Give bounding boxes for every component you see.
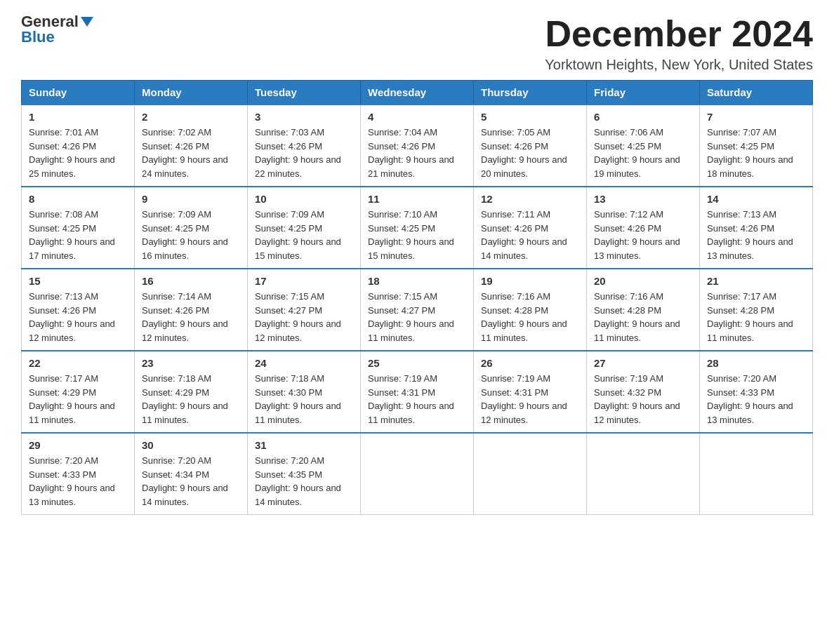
logo-top: General (21, 14, 93, 29)
header-tuesday: Tuesday (248, 81, 361, 105)
calendar-cell: 24Sunrise: 7:18 AMSunset: 4:30 PMDayligh… (248, 351, 361, 433)
calendar-cell: 19Sunrise: 7:16 AMSunset: 4:28 PMDayligh… (474, 269, 587, 351)
calendar-cell: 3Sunrise: 7:03 AMSunset: 4:26 PMDaylight… (248, 105, 361, 187)
calendar-cell: 26Sunrise: 7:19 AMSunset: 4:31 PMDayligh… (474, 351, 587, 433)
day-number: 13 (594, 193, 692, 205)
calendar-cell: 1Sunrise: 7:01 AMSunset: 4:26 PMDaylight… (22, 105, 135, 187)
day-number: 14 (707, 193, 805, 205)
day-number: 15 (29, 275, 127, 287)
day-number: 12 (481, 193, 579, 205)
calendar-week-1: 1Sunrise: 7:01 AMSunset: 4:26 PMDaylight… (22, 105, 813, 187)
calendar-cell (361, 433, 474, 515)
day-number: 3 (255, 111, 353, 123)
calendar-cell: 18Sunrise: 7:15 AMSunset: 4:27 PMDayligh… (361, 269, 474, 351)
day-number: 24 (255, 357, 353, 369)
calendar-cell: 7Sunrise: 7:07 AMSunset: 4:25 PMDaylight… (700, 105, 813, 187)
calendar-cell: 20Sunrise: 7:16 AMSunset: 4:28 PMDayligh… (587, 269, 700, 351)
day-info: Sunrise: 7:07 AMSunset: 4:25 PMDaylight:… (707, 126, 805, 180)
header-thursday: Thursday (474, 81, 587, 105)
calendar-cell: 16Sunrise: 7:14 AMSunset: 4:26 PMDayligh… (135, 269, 248, 351)
calendar-cell: 25Sunrise: 7:19 AMSunset: 4:31 PMDayligh… (361, 351, 474, 433)
day-info: Sunrise: 7:17 AMSunset: 4:29 PMDaylight:… (29, 372, 127, 427)
calendar-cell: 4Sunrise: 7:04 AMSunset: 4:26 PMDaylight… (361, 105, 474, 187)
calendar-cell (587, 433, 700, 515)
day-info: Sunrise: 7:18 AMSunset: 4:30 PMDaylight:… (255, 372, 353, 427)
day-info: Sunrise: 7:18 AMSunset: 4:29 PMDaylight:… (142, 372, 240, 427)
calendar-body: 1Sunrise: 7:01 AMSunset: 4:26 PMDaylight… (22, 105, 813, 515)
day-number: 31 (255, 439, 353, 451)
header-wednesday: Wednesday (361, 81, 474, 105)
day-info: Sunrise: 7:15 AMSunset: 4:27 PMDaylight:… (368, 290, 466, 344)
day-number: 20 (594, 275, 692, 287)
calendar-cell: 23Sunrise: 7:18 AMSunset: 4:29 PMDayligh… (135, 351, 248, 433)
calendar-cell: 28Sunrise: 7:20 AMSunset: 4:33 PMDayligh… (700, 351, 813, 433)
calendar-cell: 27Sunrise: 7:19 AMSunset: 4:32 PMDayligh… (587, 351, 700, 433)
day-info: Sunrise: 7:04 AMSunset: 4:26 PMDaylight:… (368, 126, 466, 180)
day-info: Sunrise: 7:19 AMSunset: 4:32 PMDaylight:… (594, 372, 692, 427)
day-number: 21 (707, 275, 805, 287)
day-info: Sunrise: 7:14 AMSunset: 4:26 PMDaylight:… (142, 290, 240, 344)
calendar-cell: 29Sunrise: 7:20 AMSunset: 4:33 PMDayligh… (22, 433, 135, 515)
header-sunday: Sunday (22, 81, 135, 105)
calendar-cell: 14Sunrise: 7:13 AMSunset: 4:26 PMDayligh… (700, 187, 813, 269)
day-info: Sunrise: 7:12 AMSunset: 4:26 PMDaylight:… (594, 208, 692, 262)
day-info: Sunrise: 7:01 AMSunset: 4:26 PMDaylight:… (29, 126, 127, 180)
day-number: 17 (255, 275, 353, 287)
calendar-cell: 8Sunrise: 7:08 AMSunset: 4:25 PMDaylight… (22, 187, 135, 269)
day-info: Sunrise: 7:03 AMSunset: 4:26 PMDaylight:… (255, 126, 353, 180)
calendar-cell: 5Sunrise: 7:05 AMSunset: 4:26 PMDaylight… (474, 105, 587, 187)
calendar-cell: 2Sunrise: 7:02 AMSunset: 4:26 PMDaylight… (135, 105, 248, 187)
day-number: 22 (29, 357, 127, 369)
calendar-cell: 22Sunrise: 7:17 AMSunset: 4:29 PMDayligh… (22, 351, 135, 433)
day-number: 27 (594, 357, 692, 369)
logo-bottom: Blue (21, 29, 55, 45)
day-number: 5 (481, 111, 579, 123)
day-info: Sunrise: 7:02 AMSunset: 4:26 PMDaylight:… (142, 126, 240, 180)
logo-blue-text: Blue (21, 28, 55, 46)
month-title: December 2024 (545, 14, 813, 54)
day-info: Sunrise: 7:19 AMSunset: 4:31 PMDaylight:… (481, 372, 579, 427)
day-number: 9 (142, 193, 240, 205)
day-info: Sunrise: 7:20 AMSunset: 4:33 PMDaylight:… (707, 372, 805, 427)
calendar-week-3: 15Sunrise: 7:13 AMSunset: 4:26 PMDayligh… (22, 269, 813, 351)
day-info: Sunrise: 7:13 AMSunset: 4:26 PMDaylight:… (29, 290, 127, 344)
calendar-week-4: 22Sunrise: 7:17 AMSunset: 4:29 PMDayligh… (22, 351, 813, 433)
page-header: General Blue December 2024 Yorktown Heig… (21, 14, 813, 73)
day-number: 4 (368, 111, 466, 123)
calendar-cell: 10Sunrise: 7:09 AMSunset: 4:25 PMDayligh… (248, 187, 361, 269)
day-number: 29 (29, 439, 127, 451)
header-monday: Monday (135, 81, 248, 105)
day-info: Sunrise: 7:06 AMSunset: 4:25 PMDaylight:… (594, 126, 692, 180)
title-block: December 2024 Yorktown Heights, New York… (545, 14, 813, 73)
day-number: 16 (142, 275, 240, 287)
calendar-cell: 12Sunrise: 7:11 AMSunset: 4:26 PMDayligh… (474, 187, 587, 269)
day-number: 18 (368, 275, 466, 287)
day-number: 10 (255, 193, 353, 205)
day-number: 19 (481, 275, 579, 287)
calendar-cell: 9Sunrise: 7:09 AMSunset: 4:25 PMDaylight… (135, 187, 248, 269)
calendar-cell: 30Sunrise: 7:20 AMSunset: 4:34 PMDayligh… (135, 433, 248, 515)
day-info: Sunrise: 7:08 AMSunset: 4:25 PMDaylight:… (29, 208, 127, 262)
day-number: 2 (142, 111, 240, 123)
day-info: Sunrise: 7:16 AMSunset: 4:28 PMDaylight:… (594, 290, 692, 344)
calendar-cell: 21Sunrise: 7:17 AMSunset: 4:28 PMDayligh… (700, 269, 813, 351)
calendar-cell: 15Sunrise: 7:13 AMSunset: 4:26 PMDayligh… (22, 269, 135, 351)
day-number: 7 (707, 111, 805, 123)
calendar-header: SundayMondayTuesdayWednesdayThursdayFrid… (22, 81, 813, 105)
header-friday: Friday (587, 81, 700, 105)
day-number: 26 (481, 357, 579, 369)
day-number: 25 (368, 357, 466, 369)
day-number: 6 (594, 111, 692, 123)
header-saturday: Saturday (700, 81, 813, 105)
calendar-cell: 17Sunrise: 7:15 AMSunset: 4:27 PMDayligh… (248, 269, 361, 351)
day-number: 1 (29, 111, 127, 123)
day-info: Sunrise: 7:16 AMSunset: 4:28 PMDaylight:… (481, 290, 579, 344)
calendar-cell: 31Sunrise: 7:20 AMSunset: 4:35 PMDayligh… (248, 433, 361, 515)
day-number: 28 (707, 357, 805, 369)
calendar-week-5: 29Sunrise: 7:20 AMSunset: 4:33 PMDayligh… (22, 433, 813, 515)
day-info: Sunrise: 7:20 AMSunset: 4:34 PMDaylight:… (142, 454, 240, 509)
day-info: Sunrise: 7:10 AMSunset: 4:25 PMDaylight:… (368, 208, 466, 262)
day-info: Sunrise: 7:09 AMSunset: 4:25 PMDaylight:… (142, 208, 240, 262)
day-info: Sunrise: 7:09 AMSunset: 4:25 PMDaylight:… (255, 208, 353, 262)
location-subtitle: Yorktown Heights, New York, United State… (545, 57, 813, 73)
